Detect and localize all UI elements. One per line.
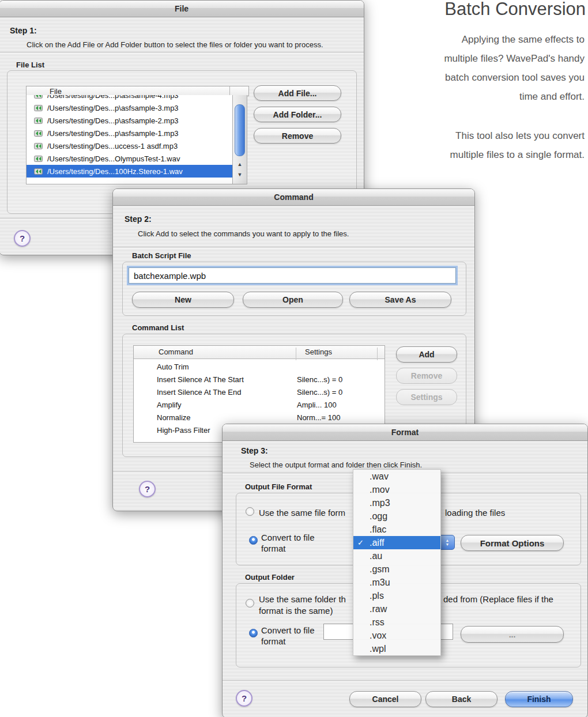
step1-label: Step 1: [10,26,37,35]
use-same-format-label-left: Use the same file form [259,508,345,518]
finish-button[interactable]: Finish [505,691,573,707]
remove-command-button[interactable]: Remove [396,368,457,384]
marketing-paragraph-2: This tool also lets you convert multiple… [389,126,585,164]
menu-item-mp3[interactable]: .mp3 [353,496,440,510]
file-list[interactable]: /Users/testing/Des...p\asfsample-4.mp3 /… [26,95,233,184]
divider [0,52,364,54]
menu-item-wpl[interactable]: .wpl [353,642,440,655]
divider [223,680,587,682]
cancel-button[interactable]: Cancel [349,691,421,707]
tutorial-page: { "icons": { "help": "?", "checkmark": "… [0,0,588,717]
menu-item-gsm[interactable]: .gsm [353,563,440,576]
file-list-scrollbar[interactable]: ▲ ▼ [232,95,247,184]
scroll-up-icon[interactable]: ▲ [233,161,247,168]
column-divider [377,348,378,360]
marketing-paragraph-1: Applying the same effects to multiple fi… [389,30,585,106]
step2-description: Click Add to select the commands you wan… [138,229,349,238]
step3-label: Step 3: [241,446,268,455]
format-select-popup[interactable]: ▲ ▼ [440,535,455,550]
format-dialog-titlebar[interactable]: Format [223,424,587,441]
command-settings: Ampli... 100 [297,401,337,409]
page-title: Batch Conversion [444,0,586,20]
output-folder-group-label: Output Folder [245,573,295,582]
menu-item-pls[interactable]: .pls [353,589,440,602]
audio-file-icon [34,105,43,111]
marketing-line: multiple files to a single format. [389,145,585,164]
command-list-group-label: Command List [132,323,184,332]
command-settings-button[interactable]: Settings [396,389,457,405]
popup-down-icon: ▼ [446,542,450,546]
browse-button[interactable]: ... [461,626,564,643]
scroll-down-icon[interactable]: ▼ [233,171,247,179]
file-list-row[interactable]: /Users/testing/Des...p\asfsample-2.mp3 [27,114,233,127]
file-list-row[interactable]: /Users/testing/Des...p\asfsample-3.mp3 [27,101,233,114]
menu-item-vox[interactable]: .vox [353,629,440,642]
marketing-line: batch conversion tool saves you [389,68,585,87]
format-options-button[interactable]: Format Options [461,535,564,551]
use-same-folder-radio[interactable] [246,599,254,607]
file-list-row[interactable]: /Users/testing/Des...uccess-1 asdf.mp3 [27,139,233,152]
file-list-row[interactable]: /Users/testing/Des...p\asfsample-4.mp3 [27,95,233,101]
menu-item-mov[interactable]: .mov [353,483,440,496]
command-row[interactable]: Insert Silence At The End Silenc...s) = … [134,386,385,399]
command-column-header: Command [159,348,193,356]
command-name: Insert Silence At The End [157,388,241,397]
help-button[interactable]: ? [14,230,31,247]
command-row[interactable]: Auto Trim [134,361,385,373]
divider [113,247,474,249]
use-same-format-radio[interactable] [246,507,254,516]
command-name: Normalize [157,413,191,422]
output-file-format-group-label: Output File Format [245,482,312,491]
menu-item-raw[interactable]: .raw [353,602,440,616]
menu-item-rss[interactable]: .rss [353,616,440,629]
audio-file-icon [34,168,43,175]
command-row[interactable]: Normalize Norm...= 100 [134,412,385,424]
back-button[interactable]: Back [425,691,497,707]
menu-item-au[interactable]: .au [353,549,440,563]
add-command-button[interactable]: Add [396,346,457,363]
command-settings: Silenc...s) = 0 [297,375,342,384]
settings-column-header: Settings [305,348,332,356]
audio-file-icon [34,130,43,137]
new-button[interactable]: New [132,292,234,308]
column-divider [296,348,296,360]
file-path: /Users/testing/Des...p\asfsample-4.mp3 [47,95,179,100]
command-dialog-titlebar[interactable]: Command [113,189,474,206]
menu-item-aiff-selected[interactable]: ✓ .aiff [353,536,440,549]
file-dialog-titlebar[interactable]: File [0,1,364,17]
menu-item-m3u[interactable]: .m3u [353,576,440,589]
batch-script-group-label: Batch Script File [132,251,191,260]
popup-up-icon: ▲ [446,538,450,542]
file-list-row[interactable]: /Users/testing/Des...OlympusTest-1.wav [27,152,233,165]
menu-item-ogg[interactable]: .ogg [353,510,440,523]
convert-folder-radio[interactable] [249,629,258,637]
scrollbar-thumb[interactable] [235,104,245,156]
help-button[interactable]: ? [236,690,252,707]
use-same-format-label-right: loading the files [445,508,505,518]
batch-script-file-input[interactable] [129,267,456,284]
help-button[interactable]: ? [139,481,156,497]
file-path: /Users/testing/Des...p\asfsample-2.mp3 [47,116,179,125]
add-folder-button[interactable]: Add Folder... [254,107,341,122]
open-button[interactable]: Open [243,292,343,308]
file-list-row-selected[interactable]: /Users/testing/Des...100Hz.Stereo-1.wav [27,165,233,178]
convert-folder-label: Convert to file format [261,625,330,647]
audio-file-icon [34,118,43,124]
remove-button[interactable]: Remove [254,128,341,144]
use-same-folder-label-line2: format is the same) [259,606,333,616]
file-list-row[interactable]: /Users/testing/Des...p\asfsample-1.mp3 [27,127,233,139]
step1-description: Click on the Add File or Add Folder butt… [27,40,323,49]
format-dialog-title: Format [391,428,419,437]
add-file-button[interactable]: Add File... [254,85,341,101]
command-settings: Silenc...s) = 0 [297,388,342,397]
menu-item-wav[interactable]: .wav [353,470,440,483]
command-list-header[interactable]: Command Settings [134,346,385,359]
audio-file-icon [34,156,43,162]
command-row[interactable]: Insert Silence At The Start Silenc...s) … [134,373,385,386]
command-row[interactable]: Amplify Ampli... 100 [134,399,385,412]
menu-item-flac[interactable]: .flac [353,523,440,536]
marketing-line: multiple files? WavePad's handy [389,49,585,68]
command-dialog-title: Command [274,193,313,202]
convert-to-format-radio[interactable] [249,536,258,545]
save-as-button[interactable]: Save As [349,292,451,308]
